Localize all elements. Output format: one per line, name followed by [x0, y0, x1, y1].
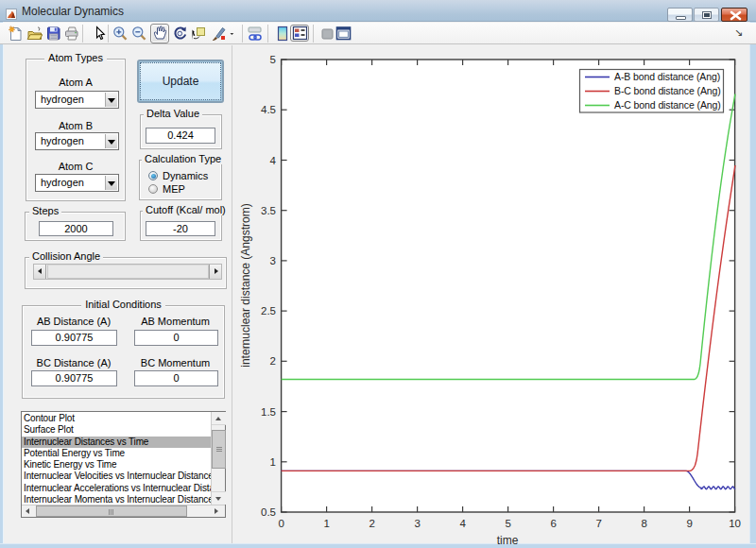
svg-text:0.5: 0.5: [261, 506, 276, 518]
svg-text:internuclear distance (Angstro: internuclear distance (Angstrom): [239, 203, 252, 367]
svg-text:time: time: [497, 534, 519, 547]
svg-text:8: 8: [641, 518, 646, 529]
svg-text:1: 1: [323, 518, 329, 529]
svg-text:B-C bond distance (Ang): B-C bond distance (Ang): [614, 85, 721, 96]
svg-text:1: 1: [270, 456, 276, 468]
svg-text:4: 4: [459, 518, 466, 529]
svg-text:3: 3: [270, 255, 276, 266]
svg-text:A-C bond distance (Ang): A-C bond distance (Ang): [614, 99, 721, 111]
svg-text:4.5: 4.5: [261, 104, 276, 115]
svg-text:3: 3: [414, 518, 420, 529]
svg-text:1.5: 1.5: [261, 406, 276, 418]
svg-text:2.5: 2.5: [261, 305, 276, 317]
svg-text:9: 9: [686, 518, 692, 529]
svg-text:2: 2: [270, 355, 276, 367]
svg-text:6: 6: [550, 518, 556, 529]
svg-text:3.5: 3.5: [261, 205, 276, 216]
svg-text:A-B bond distance (Ang): A-B bond distance (Ang): [614, 71, 720, 82]
svg-text:5: 5: [270, 54, 276, 65]
svg-text:2: 2: [369, 518, 374, 529]
svg-text:5: 5: [505, 518, 510, 529]
svg-text:4: 4: [270, 155, 277, 166]
svg-text:7: 7: [595, 518, 601, 529]
svg-text:10: 10: [729, 518, 741, 529]
svg-text:0: 0: [278, 518, 284, 529]
